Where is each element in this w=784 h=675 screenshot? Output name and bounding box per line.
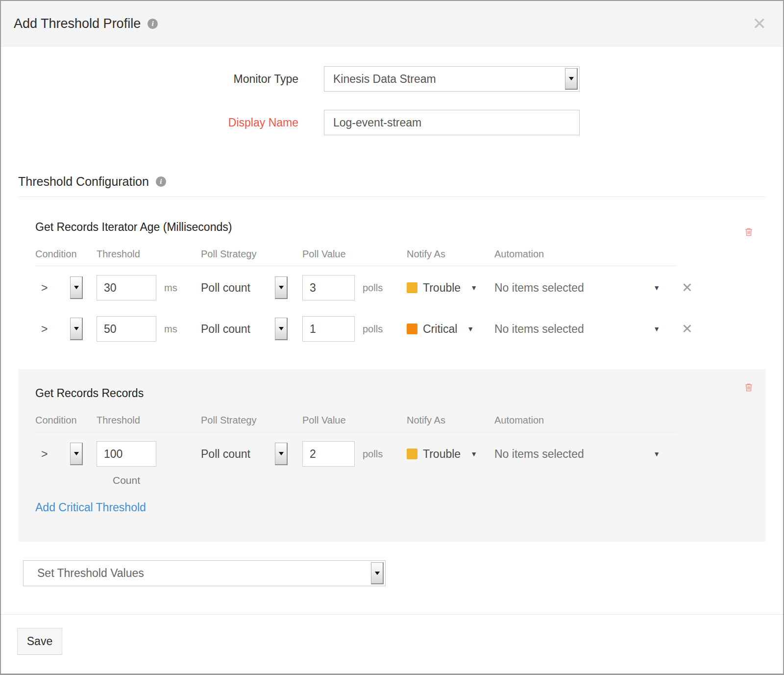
- automation-select[interactable]: No items selected ▼: [494, 441, 669, 467]
- remove-row-cell: [669, 441, 749, 467]
- close-icon[interactable]: ✕: [753, 15, 767, 32]
- threshold-row: > ms Poll count polls Trouble ▼ No it: [35, 275, 749, 300]
- col-condition: Condition: [35, 415, 97, 426]
- display-name-row: Display Name: [1, 110, 783, 135]
- threshold-cell: Count: [97, 441, 201, 486]
- automation-select[interactable]: No items selected ▼: [494, 275, 669, 300]
- automation-select[interactable]: No items selected ▼: [494, 316, 669, 342]
- monitor-type-label: Monitor Type: [1, 73, 298, 86]
- remove-row-cell: ✕: [669, 316, 749, 342]
- save-button[interactable]: Save: [17, 628, 62, 655]
- dialog-title: Add Threshold Profile: [14, 16, 141, 31]
- col-threshold: Threshold: [97, 249, 201, 260]
- display-name-fieldbox: [324, 110, 580, 135]
- monitor-type-select[interactable]: Kinesis Data Stream: [324, 66, 580, 92]
- monitor-type-row: Monitor Type Kinesis Data Stream: [1, 66, 783, 92]
- poll-value-unit: polls: [363, 324, 383, 335]
- col-threshold: Threshold: [97, 415, 201, 426]
- metric-title: Get Records Records: [35, 387, 749, 400]
- critical-status-swatch: [407, 324, 417, 334]
- display-name-label: Display Name: [1, 116, 298, 129]
- col-automation: Automation: [494, 249, 669, 260]
- profile-form: Monitor Type Kinesis Data Stream Display…: [1, 47, 783, 135]
- poll-value-unit: polls: [363, 449, 383, 460]
- col-notify-as: Notify As: [407, 415, 494, 426]
- add-critical-threshold-link[interactable]: Add Critical Threshold: [35, 501, 146, 514]
- threshold-unit: Count: [97, 475, 156, 486]
- caret-down-icon: ▼: [653, 325, 660, 333]
- caret-down-icon: ▼: [653, 284, 660, 292]
- notify-as-select[interactable]: Trouble ▼: [407, 441, 494, 467]
- poll-value-input[interactable]: [302, 316, 355, 342]
- info-icon: i: [147, 19, 158, 29]
- delete-metric-icon[interactable]: [743, 226, 754, 237]
- threshold-unit: ms: [164, 324, 177, 335]
- threshold-input[interactable]: [97, 316, 156, 342]
- add-threshold-profile-dialog: Add Threshold Profile i ✕ Monitor Type K…: [0, 0, 784, 675]
- trouble-status-swatch: [407, 449, 417, 459]
- poll-value-unit: polls: [363, 282, 383, 294]
- poll-strategy-select[interactable]: Poll count: [201, 275, 302, 300]
- condition-select[interactable]: >: [35, 275, 97, 300]
- metric-title: Get Records Iterator Age (Milliseconds): [35, 221, 749, 234]
- section-divider: [18, 197, 766, 197]
- monitor-type-value: Kinesis Data Stream: [324, 73, 436, 86]
- poll-value-cell: polls: [302, 275, 407, 300]
- col-poll-strategy: Poll Strategy: [201, 415, 302, 426]
- threshold-unit: ms: [164, 282, 177, 294]
- threshold-input[interactable]: [97, 275, 156, 300]
- threshold-row: > ms Poll count polls Critical ▼ No i: [35, 316, 749, 342]
- chevron-down-icon[interactable]: [275, 443, 288, 465]
- metric-block-iterator-age: Get Records Iterator Age (Milliseconds) …: [18, 221, 766, 342]
- display-name-input[interactable]: [324, 110, 579, 135]
- info-icon: i: [156, 176, 166, 187]
- caret-down-icon: ▼: [470, 284, 477, 292]
- threshold-input[interactable]: [97, 441, 156, 467]
- col-condition: Condition: [35, 249, 97, 260]
- set-threshold-values-select[interactable]: Set Threshold Values: [23, 560, 386, 586]
- remove-row-icon[interactable]: ✕: [682, 281, 693, 295]
- chevron-down-icon[interactable]: [70, 276, 83, 299]
- threshold-row: > Count Poll count polls Trouble ▼ No: [35, 441, 749, 486]
- threshold-configuration-heading: Threshold Configuration i: [18, 175, 766, 189]
- trouble-status-swatch: [407, 282, 417, 293]
- dialog-footer: Save: [1, 614, 783, 655]
- condition-select[interactable]: >: [35, 316, 97, 342]
- chevron-down-icon[interactable]: [70, 443, 83, 465]
- caret-down-icon: ▼: [467, 325, 474, 333]
- chevron-down-icon[interactable]: [275, 276, 288, 299]
- caret-down-icon: ▼: [653, 450, 660, 458]
- chevron-down-icon[interactable]: [565, 68, 578, 90]
- remove-row-cell: ✕: [669, 275, 749, 300]
- remove-row-icon[interactable]: ✕: [682, 323, 693, 336]
- poll-strategy-select[interactable]: Poll count: [201, 441, 302, 467]
- poll-value-input[interactable]: [302, 441, 355, 467]
- condition-select[interactable]: >: [35, 441, 97, 467]
- metric-block-records: Get Records Records Condition Threshold …: [18, 369, 766, 542]
- chevron-down-icon[interactable]: [70, 318, 83, 340]
- threshold-cell: ms: [97, 275, 201, 300]
- col-poll-strategy: Poll Strategy: [201, 249, 302, 260]
- col-poll-value: Poll Value: [302, 415, 407, 426]
- threshold-table-header: Condition Threshold Poll Strategy Poll V…: [35, 249, 676, 266]
- delete-metric-icon[interactable]: [743, 382, 754, 393]
- col-notify-as: Notify As: [407, 249, 494, 260]
- poll-value-cell: polls: [302, 441, 407, 467]
- threshold-table-header: Condition Threshold Poll Strategy Poll V…: [35, 415, 676, 432]
- dialog-header: Add Threshold Profile i ✕: [1, 1, 783, 47]
- poll-value-input[interactable]: [302, 275, 355, 300]
- poll-strategy-select[interactable]: Poll count: [201, 316, 302, 342]
- poll-value-cell: polls: [302, 316, 407, 342]
- col-poll-value: Poll Value: [302, 249, 407, 260]
- notify-as-select[interactable]: Trouble ▼: [407, 275, 494, 300]
- chevron-down-icon[interactable]: [275, 318, 288, 340]
- caret-down-icon: ▼: [470, 450, 477, 458]
- threshold-cell: ms: [97, 316, 201, 342]
- col-automation: Automation: [494, 415, 669, 426]
- notify-as-select[interactable]: Critical ▼: [407, 316, 494, 342]
- chevron-down-icon[interactable]: [371, 562, 384, 584]
